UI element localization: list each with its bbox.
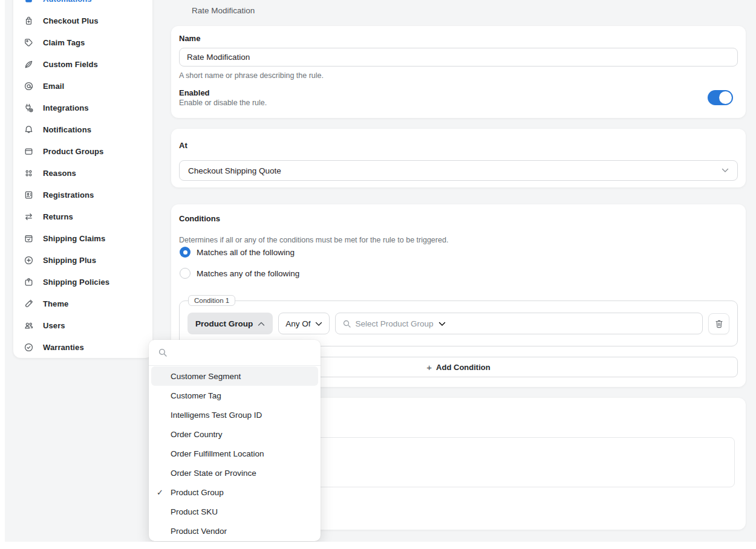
sidebar-item-notifications[interactable]: Notifications: [13, 119, 152, 140]
sidebar-item-claim-tags[interactable]: Claim Tags: [13, 31, 152, 53]
chevron-up-icon: [258, 319, 265, 328]
sidebar-item-label: Users: [43, 321, 65, 330]
radio-selected-icon[interactable]: [180, 247, 191, 258]
bag-plus-icon: [23, 15, 34, 27]
add-condition-label: Add Condition: [436, 363, 490, 372]
search-icon: [158, 348, 167, 357]
dropdown-option-customer-segment[interactable]: Customer Segment: [151, 366, 318, 386]
sidebar-item-label: Checkout Plus: [43, 16, 99, 25]
dropdown-option-intelligems-test-group-id[interactable]: Intelligems Test Group ID: [151, 405, 318, 424]
condition-field-dropdown: Customer Segment Customer Tag Intelligem…: [149, 340, 321, 541]
circle-plus-icon: [23, 255, 34, 266]
sidebar-item-label: Warranties: [43, 343, 84, 352]
sidebar-item-warranties[interactable]: Warranties: [13, 336, 152, 358]
sidebar-item-label: Email: [43, 82, 64, 91]
sidebar-item-registrations[interactable]: Registrations: [13, 184, 152, 206]
dropdown-option-list: Customer Segment Customer Tag Intelligem…: [149, 366, 321, 541]
condition-field-label: Product Group: [195, 319, 253, 328]
sidebar-item-users[interactable]: Users: [13, 314, 152, 336]
dropdown-option-customer-tag[interactable]: Customer Tag: [151, 386, 318, 405]
option-label: Product SKU: [171, 507, 218, 516]
option-label: Order Fulfillment Location: [171, 449, 264, 458]
check-icon: ✓: [157, 488, 163, 497]
sidebar-item-label: Automations: [43, 0, 92, 4]
trash-icon: [715, 319, 723, 328]
dropdown-option-order-state-or-province[interactable]: Order State or Province: [151, 463, 318, 482]
option-label: Customer Tag: [171, 391, 221, 400]
delete-condition-button[interactable]: [708, 313, 729, 334]
sidebar-item-product-groups[interactable]: Product Groups: [13, 140, 152, 162]
dropdown-option-order-country[interactable]: Order Country: [151, 424, 318, 444]
toggle-knob: [719, 91, 732, 104]
sidebar-item-label: Product Groups: [43, 147, 103, 156]
sidebar-item-reasons[interactable]: Reasons: [13, 162, 152, 184]
screen: Automations Checkout Plus Claim Tags Cus…: [0, 0, 756, 549]
sidebar-item-label: Reasons: [43, 169, 76, 178]
chevron-down-icon: [438, 318, 446, 329]
sidebar-item-theme[interactable]: Theme: [13, 293, 152, 314]
option-label: Product Vendor: [171, 527, 227, 536]
condition-value-select[interactable]: Select Product Group: [335, 313, 703, 334]
name-input-value: Rate Modification: [187, 53, 250, 62]
radio-unselected-icon[interactable]: [180, 268, 191, 279]
at-select-value: Checkout Shipping Quote: [188, 166, 281, 175]
sidebar-item-checkout-plus[interactable]: Checkout Plus: [13, 10, 152, 31]
dropdown-option-product-group[interactable]: ✓ Product Group: [151, 482, 318, 502]
search-icon: [343, 320, 351, 328]
condition-operator-button[interactable]: Any Of: [278, 313, 329, 334]
sidebar-item-custom-fields[interactable]: Custom Fields: [13, 53, 152, 75]
sidebar-item-label: Notifications: [43, 125, 91, 134]
settings-sidebar: Automations Checkout Plus Claim Tags Cus…: [13, 0, 152, 358]
enabled-toggle[interactable]: [708, 90, 733, 105]
sidebar-item-integrations[interactable]: Integrations: [13, 97, 152, 119]
option-label: Customer Segment: [171, 372, 241, 381]
conditions-description: Determines if all or any of the conditio…: [179, 236, 448, 244]
match-all-radio-row[interactable]: Matches all of the following: [180, 247, 295, 258]
app-background: Automations Checkout Plus Claim Tags Cus…: [5, 0, 756, 542]
badge-check-icon: [23, 342, 34, 353]
brush-icon: [23, 298, 34, 310]
enabled-help-text: Enable or disable the rule.: [179, 99, 267, 107]
match-any-radio-row[interactable]: Matches any of the following: [180, 268, 299, 279]
sidebar-item-label: Registrations: [43, 190, 94, 200]
dropdown-option-product-vendor[interactable]: Product Vendor: [151, 521, 318, 541]
feather-icon: [23, 59, 34, 70]
sidebar-item-shipping-policies[interactable]: Shipping Policies: [13, 271, 152, 293]
id-card-icon: [23, 189, 34, 201]
tag-icon: [23, 37, 34, 48]
sidebar-item-label: Integrations: [43, 103, 89, 112]
sidebar-item-label: Shipping Claims: [43, 234, 105, 243]
sidebar-item-shipping-plus[interactable]: Shipping Plus: [13, 249, 152, 271]
match-any-label: Matches any of the following: [197, 269, 299, 278]
option-label: Product Group: [171, 488, 224, 497]
case-icon: [23, 276, 34, 288]
sidebar-item-label: Returns: [43, 212, 73, 221]
at-select[interactable]: Checkout Shipping Quote: [179, 160, 738, 181]
condition-1-legend: Condition 1: [188, 295, 235, 306]
at-label: At: [179, 141, 187, 150]
name-help-text: A short name or phrase describing the ru…: [179, 71, 324, 80]
option-label: Order State or Province: [171, 469, 256, 478]
dropdown-option-product-sku[interactable]: Product SKU: [151, 502, 318, 521]
chevron-down-icon: [315, 319, 322, 328]
dropdown-option-order-fulfillment-location[interactable]: Order Fulfillment Location: [151, 444, 318, 463]
plus-icon: +: [426, 362, 432, 372]
name-enabled-card: Name Rate Modification A short name or p…: [171, 26, 746, 118]
users-icon: [23, 320, 34, 331]
dropdown-search-input[interactable]: [149, 340, 321, 366]
option-label: Order Country: [171, 430, 223, 439]
sidebar-item-returns[interactable]: Returns: [13, 206, 152, 227]
at-icon: [23, 80, 34, 92]
name-input[interactable]: Rate Modification: [179, 48, 738, 67]
sidebar-item-label: Theme: [43, 299, 68, 308]
box-check-icon: [23, 233, 34, 244]
match-all-label: Matches all of the following: [197, 248, 295, 257]
sidebar-item-label: Shipping Policies: [43, 278, 109, 287]
condition-field-button[interactable]: Product Group: [187, 313, 273, 334]
sidebar-item-automations[interactable]: Automations: [13, 0, 152, 10]
option-label: Intelligems Test Group ID: [171, 411, 262, 420]
page-title: Rate Modification: [192, 6, 255, 15]
sidebar-item-shipping-claims[interactable]: Shipping Claims: [13, 227, 152, 249]
sidebar-item-email[interactable]: Email: [13, 75, 152, 97]
name-label: Name: [179, 34, 200, 43]
